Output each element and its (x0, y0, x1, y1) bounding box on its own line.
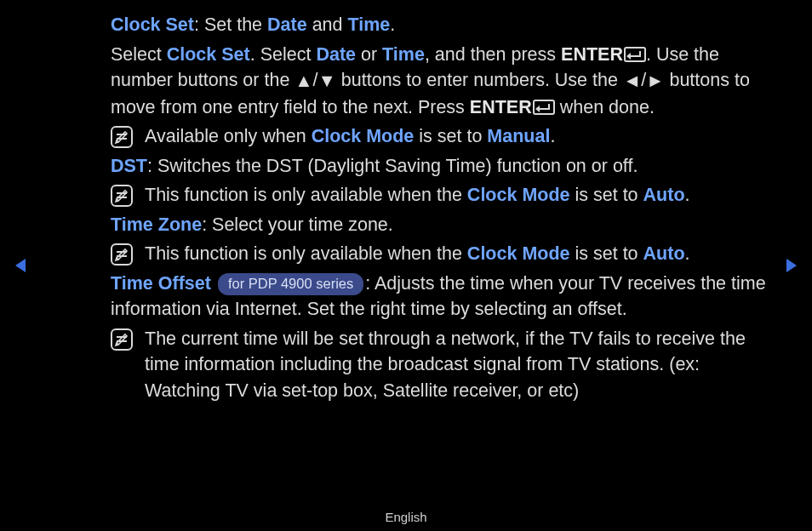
down-arrow-icon: ▼ (318, 68, 336, 94)
note-dst-auto: This function is only available when the… (111, 182, 771, 208)
enter-icon (624, 47, 646, 62)
clock-set-paragraph: Select Clock Set. Select Date or Time, a… (111, 42, 771, 121)
term-clock-set: Clock Set (111, 14, 194, 35)
note-icon (111, 328, 133, 351)
svg-marker-0 (15, 259, 26, 272)
footer-language: English (0, 510, 812, 524)
dst-line: DST: Switches the DST (Daylight Saving T… (111, 153, 771, 180)
note-icon (111, 185, 133, 207)
term-time: Time (347, 14, 390, 35)
term-timezone: Time Zone (111, 214, 202, 235)
enter-label: ENTER (561, 44, 623, 65)
note-timezone-auto: This function is only available when the… (111, 241, 771, 267)
note-icon (111, 243, 133, 266)
timeoffset-line: Time Offset for PDP 4900 series: Adjusts… (111, 271, 771, 323)
timezone-line: Time Zone: Select your time zone. (111, 212, 771, 238)
term-dst: DST (111, 156, 147, 176)
enter-icon (533, 100, 555, 115)
note-network-time: The current time will be set through a n… (111, 326, 771, 404)
note-clock-mode-manual: Available only when Clock Mode is set to… (111, 123, 771, 150)
right-arrow-icon: ► (646, 68, 664, 94)
left-arrow-icon: ◄ (623, 68, 641, 94)
up-arrow-icon: ▲ (294, 68, 312, 94)
nav-next-button[interactable] (782, 257, 799, 274)
manual-page-content: Clock Set: Set the Date and Time. Select… (111, 12, 771, 407)
clock-set-heading: Clock Set: Set the Date and Time. (111, 12, 771, 38)
term-timeoffset: Time Offset (111, 273, 211, 294)
note-icon (111, 126, 133, 148)
nav-prev-button[interactable] (13, 257, 30, 274)
term-date: Date (267, 14, 307, 35)
pdp-badge: for PDP 4900 series (218, 273, 363, 295)
svg-marker-1 (786, 259, 797, 272)
